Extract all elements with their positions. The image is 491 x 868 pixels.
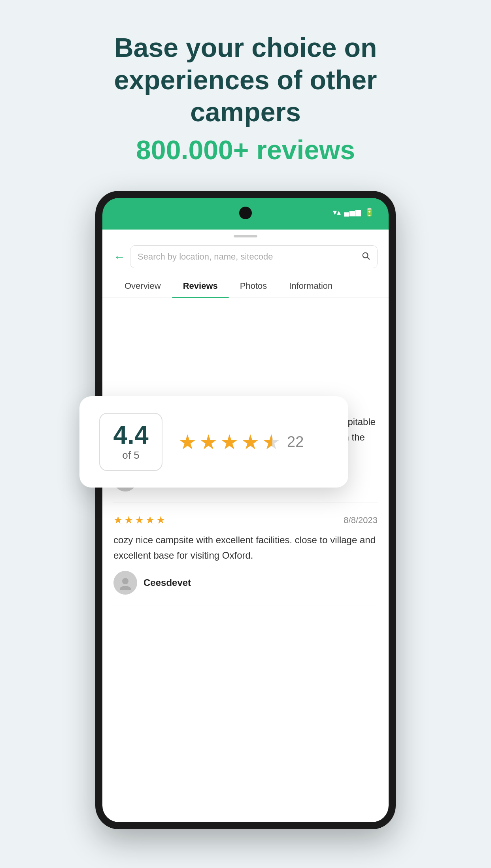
stars-count-row: ★ ★ ★ ★ ★ ★ 22 <box>178 430 304 454</box>
r2-star2: ★ <box>124 514 133 526</box>
search-bar-row: ← Search by location, name, sitecode <box>102 241 389 275</box>
tab-photos[interactable]: Photos <box>229 275 278 297</box>
header-section: Base your choice on experiences of other… <box>68 0 423 183</box>
reviewer-avatar-2 <box>113 571 137 595</box>
phone-frame: ▾▴ ▄▅▆ 🔋 ← Search by location, name, sit… <box>95 191 396 829</box>
star-5-half: ★ ★ <box>262 430 281 454</box>
phone-container: 4.4 of 5 ★ ★ ★ ★ ★ ★ 22 ▾▴ ▄▅▆ 🔋 <box>95 191 396 829</box>
header-title: Base your choice on experiences of other… <box>99 32 392 128</box>
star-2: ★ <box>199 430 218 454</box>
svg-point-4 <box>122 578 128 584</box>
drag-handle <box>234 235 257 237</box>
search-placeholder: Search by location, name, sitecode <box>138 252 357 262</box>
rating-score-box: 4.4 of 5 <box>99 413 162 471</box>
review-count: 22 <box>287 433 304 450</box>
r2-star3: ★ <box>135 514 144 526</box>
svg-line-1 <box>367 257 369 259</box>
search-icon <box>361 251 370 262</box>
search-input-wrap[interactable]: Search by location, name, sitecode <box>130 245 378 268</box>
rating-card: 4.4 of 5 ★ ★ ★ ★ ★ ★ 22 <box>79 396 348 488</box>
phone-screen: ← Search by location, name, sitecode Ove… <box>102 230 389 822</box>
signal-icon: ▄▅▆ <box>344 208 361 217</box>
review-item-2: ★ ★ ★ ★ ★ 8/8/2023 cozy nice campsite wi… <box>113 503 378 606</box>
header-subtitle: 800.000+ reviews <box>99 132 392 167</box>
r2-star4: ★ <box>145 514 155 526</box>
review-stars-2: ★ ★ ★ ★ ★ <box>113 514 165 526</box>
tabs-row: Overview Reviews Photos Information <box>102 275 389 298</box>
reviewer-name-2: Ceesdevet <box>144 577 191 588</box>
review-header-2: ★ ★ ★ ★ ★ 8/8/2023 <box>113 514 378 526</box>
tab-reviews[interactable]: Reviews <box>172 275 229 297</box>
r2-star1: ★ <box>113 514 123 526</box>
back-button[interactable]: ← <box>113 250 125 264</box>
status-icons: ▾▴ ▄▅▆ 🔋 <box>333 207 374 217</box>
stars-row: ★ ★ ★ ★ ★ ★ <box>178 430 281 454</box>
rating-outof: of 5 <box>111 449 151 461</box>
star-1: ★ <box>178 430 197 454</box>
phone-camera <box>239 207 252 219</box>
phone-status-bar: ▾▴ ▄▅▆ 🔋 <box>102 198 389 230</box>
svg-point-5 <box>120 586 131 590</box>
star-4: ★ <box>241 430 260 454</box>
r2-star5: ★ <box>156 514 165 526</box>
wifi-icon: ▾▴ <box>333 207 341 217</box>
review-date-2: 8/8/2023 <box>344 515 378 525</box>
tab-information[interactable]: Information <box>278 275 344 297</box>
rating-number: 4.4 <box>111 422 151 448</box>
reviewer-row-2: Ceesdevet <box>113 571 378 595</box>
battery-icon: 🔋 <box>364 207 374 217</box>
star-3: ★ <box>220 430 239 454</box>
tab-overview[interactable]: Overview <box>113 275 172 297</box>
review-text-2: cozy nice campsite with excellent facili… <box>113 533 378 563</box>
